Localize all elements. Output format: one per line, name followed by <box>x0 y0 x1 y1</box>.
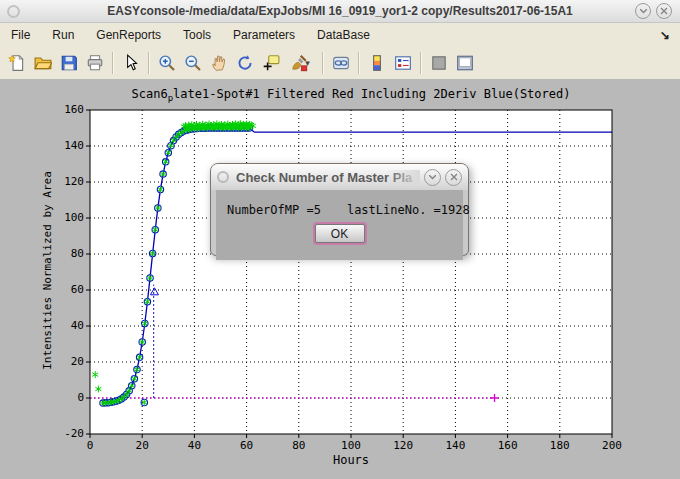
x-axis-label: Hours <box>90 453 612 467</box>
new-document-button[interactable] <box>4 50 30 76</box>
dock-arrow-icon[interactable]: ↘ <box>660 28 670 42</box>
brush-dropdown-icon[interactable]: ▾ <box>305 58 310 68</box>
menu-file[interactable]: File <box>0 28 41 42</box>
chart-title-post: late1-Spot#1 Filtered Red Including 2Der… <box>173 87 570 101</box>
window-title: EASYconsole-/media/data/ExpJobs/MI 16_09… <box>0 4 680 18</box>
number-of-mp-value: NumberOfMP =5 <box>227 203 321 217</box>
x-tick-label: 0 <box>70 438 110 454</box>
dialog-title: Check Number of Master Pla <box>236 170 420 185</box>
menu-run[interactable]: Run <box>41 28 85 42</box>
print-icon <box>86 54 104 72</box>
x-tick-label: 180 <box>540 438 580 454</box>
link-plots-icon <box>332 54 350 72</box>
zoom-out-icon <box>184 54 202 72</box>
chevron-down-icon <box>428 174 437 180</box>
app-window: EASYconsole-/media/data/ExpJobs/MI 16_09… <box>0 0 680 479</box>
chart-title-pre: Scan6 <box>132 87 168 101</box>
legend-icon <box>394 54 412 72</box>
x-tick-label: 160 <box>488 438 528 454</box>
pan-button[interactable] <box>206 50 232 76</box>
save-button[interactable] <box>56 50 82 76</box>
save-icon <box>60 54 78 72</box>
figure-toolbar: ▾ <box>0 47 680 80</box>
window-menu-icon[interactable] <box>7 5 20 18</box>
hide-plot-tools-button[interactable] <box>426 50 452 76</box>
menu-tools[interactable]: Tools <box>172 28 222 42</box>
dialog-minimize-button[interactable] <box>424 169 441 186</box>
print-button[interactable] <box>82 50 108 76</box>
rotate-3d-icon <box>236 54 254 72</box>
x-tick-label: 120 <box>383 438 423 454</box>
zoom-in-icon <box>158 54 176 72</box>
dialog-titlebar[interactable]: Check Number of Master Pla <box>211 164 468 190</box>
hide-plot-tools-icon <box>430 54 448 72</box>
y-tick-label: 160 <box>46 102 84 118</box>
title-fade <box>386 170 420 185</box>
window-titlebar[interactable]: EASYconsole-/media/data/ExpJobs/MI 16_09… <box>0 0 680 23</box>
x-tick-label: 140 <box>435 438 475 454</box>
insert-colorbar-button[interactable] <box>364 50 390 76</box>
x-tick-label: 40 <box>174 438 214 454</box>
close-button[interactable] <box>656 3 672 19</box>
dialog-close-button[interactable] <box>445 169 462 186</box>
check-number-dialog: Check Number of Master Pla NumberOfMP =5… <box>210 163 469 256</box>
figure-area: Scan6plate1-Spot#1 Filtered Red Includin… <box>0 79 680 479</box>
x-tick-label: 80 <box>279 438 319 454</box>
minimize-button[interactable] <box>635 3 651 19</box>
rotate-3d-button[interactable] <box>232 50 258 76</box>
last-line-no-value: lastLineNo. =1928 <box>347 203 470 217</box>
show-plot-tools-button[interactable] <box>452 50 478 76</box>
pointer-button[interactable] <box>118 50 144 76</box>
ok-button[interactable]: OK <box>315 224 365 243</box>
dialog-menu-icon[interactable] <box>217 171 229 183</box>
zoom-in-button[interactable] <box>154 50 180 76</box>
brush-button[interactable]: ▾ <box>284 50 318 76</box>
x-tick-label: 100 <box>331 438 371 454</box>
x-tick-label: 200 <box>592 438 632 454</box>
zoom-out-button[interactable] <box>180 50 206 76</box>
menu-parameters[interactable]: Parameters <box>222 28 306 42</box>
toolbar-separator <box>322 52 324 74</box>
y-axis-label: Intensities Normalized by Area <box>41 121 54 421</box>
chevron-down-icon <box>639 8 648 14</box>
x-tick-label: 60 <box>227 438 267 454</box>
open-file-button[interactable] <box>30 50 56 76</box>
show-plot-tools-icon <box>456 54 474 72</box>
dialog-body: NumberOfMP =5 lastLineNo. =1928 OK <box>216 190 463 260</box>
colorbar-icon <box>368 54 386 72</box>
insert-legend-button[interactable] <box>390 50 416 76</box>
menu-genreports[interactable]: GenReports <box>85 28 172 42</box>
close-icon <box>450 173 458 181</box>
open-folder-icon <box>34 54 52 72</box>
close-icon <box>660 7 668 15</box>
toolbar-separator <box>148 52 150 74</box>
link-plots-button[interactable] <box>328 50 354 76</box>
new-document-icon <box>8 54 26 72</box>
data-cursor-button[interactable] <box>258 50 284 76</box>
plot-svg[interactable] <box>90 110 612 434</box>
toolbar-separator <box>420 52 422 74</box>
menu-database[interactable]: DataBase <box>306 28 381 42</box>
toolbar-separator <box>358 52 360 74</box>
pointer-icon <box>122 54 140 72</box>
data-cursor-icon <box>262 54 280 72</box>
x-tick-label: 20 <box>122 438 162 454</box>
chart-title: Scan6plate1-Spot#1 Filtered Red Includin… <box>90 87 612 103</box>
menu-bar: File Run GenReports Tools Parameters Dat… <box>0 23 680 47</box>
toolbar-separator <box>112 52 114 74</box>
pan-hand-icon <box>210 54 228 72</box>
